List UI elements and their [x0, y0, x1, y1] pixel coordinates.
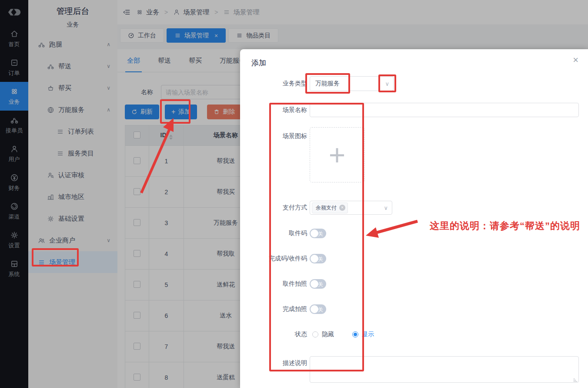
radio-visible-label[interactable]: 显示: [362, 331, 374, 338]
toggle-state: 关: [318, 306, 323, 314]
field-label: 完成码/收件码: [240, 255, 307, 263]
field-label: 状态: [240, 331, 307, 338]
chevron-down-icon[interactable]: ∨: [384, 205, 388, 211]
field-label: 描述说明: [240, 356, 307, 367]
close-icon[interactable]: ×: [573, 55, 578, 65]
field-label: 完成拍照: [240, 305, 307, 313]
selected-value: 万能服务: [315, 80, 340, 88]
business-type-select[interactable]: 万能服务 ∨: [310, 76, 394, 91]
modal-title: 添加: [251, 58, 266, 68]
remove-tag-icon[interactable]: ×: [339, 205, 345, 211]
field-scene-name: 场景名称: [240, 103, 579, 117]
field-label: 业务类型: [240, 80, 307, 88]
chevron-down-icon[interactable]: ∨: [385, 81, 389, 87]
toggle-state: 关: [318, 256, 323, 263]
field-business-type: 业务类型 万能服务 ∨: [240, 76, 394, 91]
annotation-note: 这里的说明：请参考“帮送”的说明: [430, 219, 580, 233]
field-complete-photo: 完成拍照 关: [240, 304, 326, 314]
payment-select[interactable]: 余额支付 × ∨: [310, 201, 392, 215]
field-pickup-photo: 取件拍照 关: [240, 279, 326, 289]
field-description: 描述说明: [240, 356, 579, 385]
scene-name-input[interactable]: [310, 103, 579, 117]
field-complete-code: 完成码/收件码 关: [240, 254, 326, 263]
toggle-state: 关: [318, 230, 323, 238]
radio-hidden[interactable]: [312, 331, 318, 337]
radio-hidden-label[interactable]: 隐藏: [322, 331, 334, 338]
field-label: 场景图标: [240, 127, 307, 140]
complete-code-toggle[interactable]: 关: [310, 254, 326, 263]
add-scene-modal: 添加 × 业务类型 万能服务 ∨ 场景名称 场景图标 + 支付方式 余额支付 ×…: [240, 49, 588, 388]
field-label: 取件码: [240, 229, 307, 237]
complete-photo-toggle[interactable]: 关: [310, 304, 326, 314]
pickup-code-toggle[interactable]: 关: [310, 229, 326, 238]
field-status: 状态 隐藏 显示: [240, 330, 374, 339]
description-textarea[interactable]: [310, 356, 579, 383]
icon-upload-box[interactable]: +: [310, 127, 364, 182]
pickup-photo-toggle[interactable]: 关: [310, 279, 326, 289]
payment-tag: 余额支付 ×: [312, 202, 348, 213]
payment-tag-label: 余额支付: [316, 204, 337, 212]
toggle-state: 关: [318, 281, 323, 288]
field-payment: 支付方式 余额支付 × ∨: [240, 201, 392, 215]
field-label: 取件拍照: [240, 280, 307, 288]
field-label: 场景名称: [240, 106, 307, 114]
field-label: 支付方式: [240, 204, 307, 212]
radio-visible[interactable]: [352, 331, 358, 337]
field-pickup-code: 取件码 关: [240, 229, 326, 238]
field-scene-icon: 场景图标 +: [240, 127, 364, 182]
